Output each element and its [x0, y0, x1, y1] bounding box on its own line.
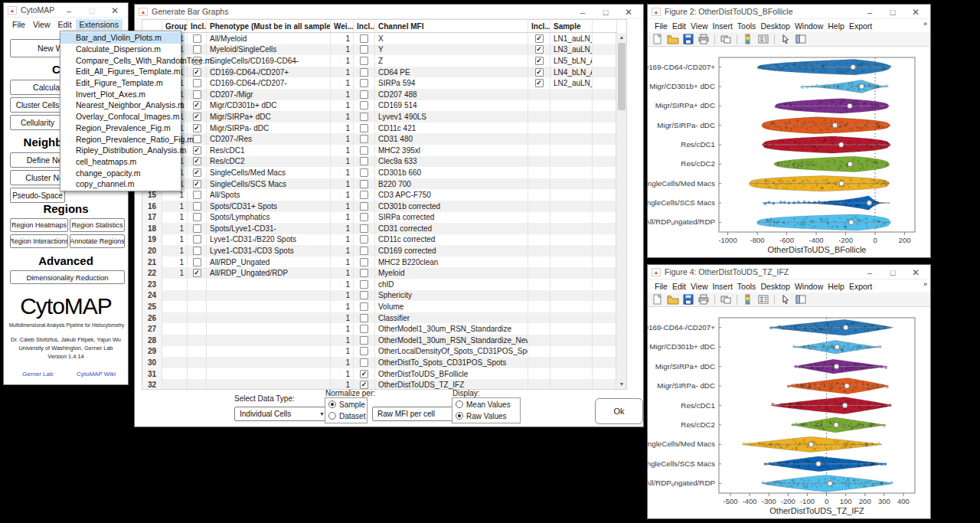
save-figure-icon[interactable] — [681, 33, 695, 45]
extension-menu-item[interactable]: cell_heatmaps.m — [60, 156, 181, 168]
extension-menu-item[interactable]: Edit_Figure_Template.m — [60, 77, 181, 89]
include-checkbox[interactable] — [193, 258, 201, 266]
generate-titlebar[interactable]: ▲ Generate Bar Graphs – □ ✕ — [135, 5, 643, 19]
cluster-cells-button[interactable]: Cluster Cells — [10, 97, 65, 113]
include-checkbox[interactable] — [193, 79, 201, 87]
include-checkbox[interactable] — [360, 168, 368, 177]
region-statistics-button[interactable]: Region Statistics — [70, 218, 125, 232]
scroll-down-icon[interactable]: ▼ — [616, 380, 627, 389]
include-checkbox[interactable] — [360, 79, 368, 87]
extension-menu-item[interactable]: Nearest_Neighbor_Analysis.m — [60, 100, 181, 111]
cytomap-titlebar[interactable]: ▲ CytoMAP – □ ✕ — [4, 3, 128, 18]
include-checkbox[interactable]: ✓ — [193, 113, 201, 121]
include-checkbox[interactable] — [360, 146, 368, 155]
insert-colorbar-icon[interactable] — [741, 33, 755, 45]
extension-menu-item[interactable]: Overlay_Confocal_Images.m — [60, 111, 181, 123]
new-figure-icon[interactable] — [651, 33, 665, 45]
print-figure-icon[interactable] — [697, 293, 710, 306]
include-checkbox[interactable]: ✓ — [193, 168, 201, 177]
save-figure-icon[interactable] — [681, 293, 695, 306]
minimize-icon[interactable]: – — [858, 8, 881, 17]
insert-legend-icon[interactable] — [756, 33, 770, 45]
new-figure-icon[interactable] — [651, 293, 665, 306]
include-checkbox[interactable] — [360, 124, 368, 132]
include-checkbox[interactable]: ✓ — [535, 79, 544, 87]
annotate-regions-button[interactable]: Annotate Regions — [70, 234, 125, 248]
menu-view[interactable]: View — [29, 19, 54, 30]
display-raw-radio[interactable]: Raw Values — [456, 410, 520, 421]
minimize-icon[interactable]: – — [57, 6, 80, 15]
cellularity-button[interactable]: Cellularity — [10, 115, 65, 130]
include-checkbox[interactable]: ✓ — [360, 381, 368, 389]
include-checkbox[interactable] — [360, 314, 368, 322]
maximize-icon[interactable]: □ — [80, 6, 103, 15]
menu-window[interactable]: Window — [792, 21, 825, 31]
menu-export[interactable]: Export — [847, 21, 874, 31]
normalize-sample-radio[interactable]: Sample — [328, 399, 367, 410]
maximize-icon[interactable]: □ — [881, 8, 904, 17]
include-checkbox[interactable] — [360, 135, 368, 143]
include-checkbox[interactable] — [193, 235, 201, 244]
maximize-icon[interactable]: □ — [881, 268, 904, 277]
include-checkbox[interactable] — [360, 68, 368, 77]
normalize-dataset-radio[interactable]: Dataset — [328, 410, 367, 421]
menu-insert[interactable]: Insert — [710, 21, 735, 31]
include-checkbox[interactable]: ✓ — [193, 157, 201, 165]
include-checkbox[interactable] — [360, 325, 368, 333]
include-checkbox[interactable] — [193, 213, 201, 221]
open-file-icon[interactable] — [666, 33, 680, 45]
include-checkbox[interactable] — [193, 191, 201, 199]
extension-menu-item[interactable]: Region_Prevalence_Fig.m — [60, 123, 181, 134]
include-checkbox[interactable] — [360, 280, 368, 289]
include-checkbox[interactable] — [360, 34, 368, 43]
extension-menu-item[interactable]: Ripley_Distribution_Analysis.m — [60, 145, 181, 156]
minimize-icon[interactable]: – — [858, 268, 881, 277]
maximize-icon[interactable]: □ — [594, 8, 617, 17]
include-checkbox[interactable] — [360, 213, 368, 221]
menu-help[interactable]: Help — [825, 281, 847, 292]
include-checkbox[interactable] — [360, 101, 368, 110]
property-inspector-icon[interactable] — [794, 33, 808, 45]
include-checkbox[interactable] — [193, 224, 201, 233]
menu-tools[interactable]: Tools — [735, 281, 759, 292]
include-checkbox[interactable]: ✓ — [193, 269, 201, 277]
link-plot-icon[interactable] — [719, 33, 733, 45]
include-checkbox[interactable] — [193, 45, 201, 54]
include-checkbox[interactable] — [360, 302, 368, 311]
extension-menu-item[interactable]: Invert_Plot_Axes.m — [60, 88, 181, 100]
region-heatmaps-button[interactable]: Region Heatmaps — [10, 218, 68, 232]
edit-plot-icon[interactable] — [779, 293, 792, 306]
pseudo-space-button[interactable]: Pseudo-Space — [10, 188, 65, 203]
extension-menu-item[interactable]: Region_Prevalence_Ratio_Fig.m — [60, 133, 181, 145]
display-mean-radio[interactable]: Mean Values — [456, 399, 520, 410]
include-checkbox[interactable] — [360, 90, 368, 99]
menu-extensions[interactable]: Extensions — [76, 19, 122, 30]
include-checkbox[interactable]: ✓ — [193, 146, 201, 155]
scrollbar-thumb[interactable] — [618, 43, 626, 110]
include-checkbox[interactable] — [360, 258, 368, 266]
include-checkbox[interactable]: ✓ — [535, 57, 544, 65]
include-checkbox[interactable]: ✓ — [193, 101, 201, 110]
include-checkbox[interactable] — [193, 135, 201, 143]
link-plot-icon[interactable] — [719, 293, 733, 306]
include-checkbox[interactable] — [360, 224, 368, 233]
menu-desktop[interactable]: Desktop — [758, 21, 792, 31]
property-inspector-icon[interactable] — [794, 293, 808, 306]
include-checkbox[interactable] — [360, 247, 368, 255]
extension-menu-item[interactable]: Compare_Cells_With_RandomTree.m — [60, 54, 181, 66]
menu-overflow-icon[interactable]: » — [923, 280, 927, 288]
include-checkbox[interactable]: ✓ — [193, 124, 201, 132]
region-interactions-button[interactable]: Region Interactions — [10, 234, 68, 248]
menu-tools[interactable]: Tools — [735, 21, 759, 31]
table-vertical-scrollbar[interactable]: ▲ ▼ — [616, 33, 626, 389]
include-checkbox[interactable]: ✓ — [535, 34, 544, 43]
menu-view[interactable]: View — [688, 21, 710, 31]
menu-overflow-icon[interactable]: » — [923, 20, 927, 28]
extension-menu-item[interactable]: Edit_All_Figures_Template.m — [60, 66, 181, 77]
dimensionality-reduction-button[interactable]: Dimensionality Reduction — [10, 270, 125, 284]
include-checkbox[interactable] — [360, 180, 368, 188]
menu-help[interactable]: Help — [825, 21, 847, 31]
include-checkbox[interactable] — [360, 269, 368, 277]
insert-legend-icon[interactable] — [756, 293, 770, 306]
menu-edit[interactable]: Edit — [670, 281, 688, 292]
